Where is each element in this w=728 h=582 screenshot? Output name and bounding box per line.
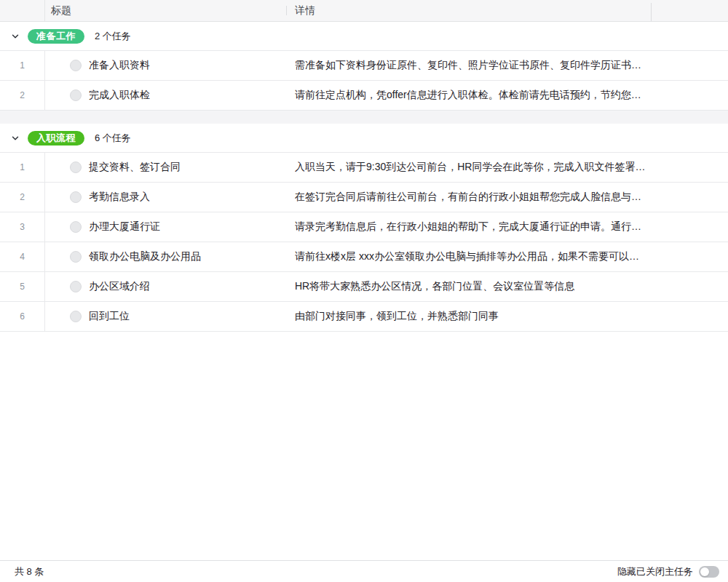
- task-detail: HR将带大家熟悉办公区情况，各部门位置、会议室位置等信息: [295, 280, 574, 293]
- task-title: 办理大厦通行证: [89, 220, 160, 234]
- toggle-knob: [700, 567, 709, 576]
- task-detail: 在签订完合同后请前往公司前台，有前台的行政小姐姐帮您完成人脸信息与…: [295, 191, 641, 204]
- column-divider[interactable]: [651, 3, 652, 21]
- group-badge[interactable]: 准备工作: [28, 29, 84, 44]
- task-row[interactable]: 6 回到工位 由部门对接同事，领到工位，并熟悉部门同事: [0, 302, 728, 332]
- task-detail: 请录完考勤信息后，在行政小姐姐的帮助下，完成大厦通行证的申请。通行…: [295, 220, 641, 234]
- record-count: 共 8 条: [15, 565, 44, 578]
- footer-bar: 共 8 条 隐藏已关闭主任务: [0, 560, 728, 582]
- column-header-title-label: 标题: [51, 4, 71, 17]
- task-row-number: 2: [0, 81, 45, 110]
- task-title-cell[interactable]: 考勤信息录入: [45, 183, 286, 212]
- task-row[interactable]: 3 办理大厦通行证 请录完考勤信息后，在行政小姐姐的帮助下，完成大厦通行证的申请…: [0, 212, 728, 242]
- column-header-title[interactable]: 标题: [45, 0, 286, 21]
- task-row[interactable]: 5 办公区域介绍 HR将带大家熟悉办公区情况，各部门位置、会议室位置等信息: [0, 272, 728, 302]
- task-row[interactable]: 2 考勤信息录入 在签订完合同后请前往公司前台，有前台的行政小姐姐帮您完成人脸信…: [0, 183, 728, 212]
- task-title: 领取办公电脑及办公用品: [89, 250, 201, 263]
- task-detail-cell[interactable]: 请前往x楼x层 xxx办公室领取办公电脑与插排等办公用品，如果不需要可以…: [286, 242, 728, 271]
- task-title-cell[interactable]: 提交资料、签订合同: [45, 153, 286, 182]
- task-detail-cell[interactable]: 请录完考勤信息后，在行政小姐姐的帮助下，完成大厦通行证的申请。通行…: [286, 212, 728, 242]
- column-header-detail-label: 详情: [295, 4, 315, 17]
- hide-closed-tasks-label: 隐藏已关闭主任务: [617, 565, 693, 578]
- task-list: 准备工作 2 个任务 1 准备入职资料 需准备如下资料身份证原件、复印件、照片学…: [0, 22, 728, 560]
- task-row[interactable]: 2 完成入职体检 请前往定点机构，凭offer信息进行入职体检。体检前请先电话预…: [0, 81, 728, 111]
- task-row[interactable]: 4 领取办公电脑及办公用品 请前往x楼x层 xxx办公室领取办公电脑与插排等办公…: [0, 242, 728, 272]
- task-detail: 请前往定点机构，凭offer信息进行入职体检。体检前请先电话预约，节约您…: [295, 89, 641, 102]
- task-title-cell[interactable]: 回到工位: [45, 302, 286, 331]
- task-title: 办公区域介绍: [89, 280, 150, 293]
- task-table-view: 标题 详情 准备工作 2 个任务 1 准备入职资料 需准备如下资料身份证原件、复…: [0, 0, 728, 582]
- task-complete-checkbox[interactable]: [70, 251, 82, 263]
- task-title-cell[interactable]: 领取办公电脑及办公用品: [45, 242, 286, 271]
- task-title: 回到工位: [89, 310, 130, 323]
- task-row[interactable]: 1 准备入职资料 需准备如下资料身份证原件、复印件、照片学位证书原件、复印件学历…: [0, 51, 728, 81]
- table-header: 标题 详情: [0, 0, 728, 22]
- task-title: 完成入职体检: [89, 89, 150, 102]
- column-divider[interactable]: [286, 6, 287, 15]
- hide-closed-tasks-toggle[interactable]: [699, 566, 719, 578]
- task-detail-cell[interactable]: 请前往定点机构，凭offer信息进行入职体检。体检前请先电话预约，节约您…: [286, 81, 728, 110]
- task-title-cell[interactable]: 办公区域介绍: [45, 272, 286, 301]
- row-number-column-header: [0, 0, 45, 21]
- task-detail: 由部门对接同事，领到工位，并熟悉部门同事: [295, 310, 499, 323]
- group-task-count: 2 个任务: [95, 30, 131, 43]
- chevron-down-icon[interactable]: [9, 30, 22, 43]
- group-rows: 1 准备入职资料 需准备如下资料身份证原件、复印件、照片学位证书原件、复印件学历…: [0, 51, 728, 111]
- task-detail-cell[interactable]: 需准备如下资料身份证原件、复印件、照片学位证书原件、复印件学历证书…: [286, 51, 728, 80]
- task-detail: 入职当天，请于9:30到达公司前台，HR同学会在此等你，完成入职文件签署…: [295, 161, 645, 174]
- task-title: 考勤信息录入: [89, 191, 150, 204]
- chevron-down-icon[interactable]: [9, 132, 22, 145]
- task-title-cell[interactable]: 完成入职体检: [45, 81, 286, 110]
- task-detail-cell[interactable]: 入职当天，请于9:30到达公司前台，HR同学会在此等你，完成入职文件签署…: [286, 153, 728, 182]
- task-title-cell[interactable]: 准备入职资料: [45, 51, 286, 80]
- task-complete-checkbox[interactable]: [70, 191, 82, 203]
- group-rows: 1 提交资料、签订合同 入职当天，请于9:30到达公司前台，HR同学会在此等你，…: [0, 153, 728, 332]
- task-row-number: 5: [0, 272, 45, 301]
- task-detail-cell[interactable]: 由部门对接同事，领到工位，并熟悉部门同事: [286, 302, 728, 331]
- group-task-count: 6 个任务: [95, 132, 131, 145]
- task-detail: 需准备如下资料身份证原件、复印件、照片学位证书原件、复印件学历证书…: [295, 59, 641, 72]
- task-row-number: 4: [0, 242, 45, 271]
- task-row[interactable]: 1 提交资料、签订合同 入职当天，请于9:30到达公司前台，HR同学会在此等你，…: [0, 153, 728, 183]
- task-complete-checkbox[interactable]: [70, 281, 82, 292]
- task-group: 入职流程 6 个任务 1 提交资料、签订合同 入职当天，请于9:30到达公司前台…: [0, 124, 728, 332]
- task-row-number: 3: [0, 212, 45, 242]
- task-detail-cell[interactable]: HR将带大家熟悉办公区情况，各部门位置、会议室位置等信息: [286, 272, 728, 301]
- group-header[interactable]: 入职流程 6 个任务: [0, 124, 728, 153]
- task-title-cell[interactable]: 办理大厦通行证: [45, 212, 286, 242]
- task-detail: 请前往x楼x层 xxx办公室领取办公电脑与插排等办公用品，如果不需要可以…: [295, 250, 639, 263]
- task-detail-cell[interactable]: 在签订完合同后请前往公司前台，有前台的行政小姐姐帮您完成人脸信息与…: [286, 183, 728, 212]
- task-row-number: 6: [0, 302, 45, 331]
- task-row-number: 1: [0, 51, 45, 80]
- group-header[interactable]: 准备工作 2 个任务: [0, 22, 728, 51]
- task-row-number: 2: [0, 183, 45, 212]
- group-separator: [0, 111, 728, 124]
- task-complete-checkbox[interactable]: [70, 60, 82, 71]
- task-row-number: 1: [0, 153, 45, 182]
- task-group: 准备工作 2 个任务 1 准备入职资料 需准备如下资料身份证原件、复印件、照片学…: [0, 22, 728, 124]
- group-badge[interactable]: 入职流程: [28, 131, 84, 146]
- task-title: 准备入职资料: [89, 59, 150, 72]
- task-complete-checkbox[interactable]: [70, 221, 82, 233]
- column-header-detail[interactable]: 详情: [286, 0, 728, 21]
- task-complete-checkbox[interactable]: [70, 162, 82, 173]
- task-complete-checkbox[interactable]: [70, 311, 82, 322]
- task-complete-checkbox[interactable]: [70, 89, 82, 101]
- task-title: 提交资料、签订合同: [89, 161, 181, 174]
